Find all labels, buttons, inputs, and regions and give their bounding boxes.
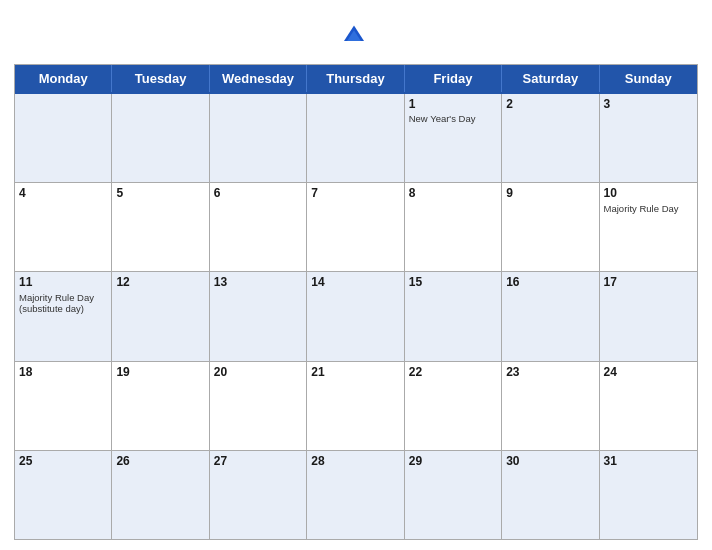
day-cell: 20 — [210, 362, 307, 450]
day-number: 1 — [409, 97, 497, 111]
day-number: 3 — [604, 97, 693, 111]
holiday-name: New Year's Day — [409, 113, 497, 124]
day-cell — [15, 94, 112, 182]
day-number: 25 — [19, 454, 107, 468]
day-cell: 27 — [210, 451, 307, 539]
day-header-thursday: Thursday — [307, 65, 404, 92]
day-number: 18 — [19, 365, 107, 379]
day-number: 7 — [311, 186, 399, 200]
day-number: 5 — [116, 186, 204, 200]
day-cell: 24 — [600, 362, 697, 450]
day-cell: 21 — [307, 362, 404, 450]
day-cell: 16 — [502, 272, 599, 360]
day-header-tuesday: Tuesday — [112, 65, 209, 92]
day-cell: 31 — [600, 451, 697, 539]
day-cell: 29 — [405, 451, 502, 539]
week-row-1: 1New Year's Day23 — [15, 92, 697, 182]
day-number: 26 — [116, 454, 204, 468]
day-number: 30 — [506, 454, 594, 468]
day-cell: 4 — [15, 183, 112, 271]
week-row-4: 18192021222324 — [15, 361, 697, 450]
day-headers-row: MondayTuesdayWednesdayThursdayFridaySatu… — [15, 65, 697, 92]
day-cell: 13 — [210, 272, 307, 360]
weeks-container: 1New Year's Day2345678910Majority Rule D… — [15, 92, 697, 539]
day-cell: 23 — [502, 362, 599, 450]
day-cell: 2 — [502, 94, 599, 182]
calendar-grid: MondayTuesdayWednesdayThursdayFridaySatu… — [14, 64, 698, 540]
day-number: 10 — [604, 186, 693, 200]
calendar-header — [14, 10, 698, 58]
day-number: 22 — [409, 365, 497, 379]
day-header-sunday: Sunday — [600, 65, 697, 92]
day-cell: 3 — [600, 94, 697, 182]
day-cell: 19 — [112, 362, 209, 450]
day-number: 20 — [214, 365, 302, 379]
day-cell: 5 — [112, 183, 209, 271]
day-cell: 17 — [600, 272, 697, 360]
day-cell: 25 — [15, 451, 112, 539]
day-cell — [307, 94, 404, 182]
day-header-wednesday: Wednesday — [210, 65, 307, 92]
day-number: 9 — [506, 186, 594, 200]
day-cell: 6 — [210, 183, 307, 271]
day-cell: 28 — [307, 451, 404, 539]
holiday-name: Majority Rule Day — [604, 203, 693, 214]
day-number: 19 — [116, 365, 204, 379]
day-cell: 12 — [112, 272, 209, 360]
week-row-2: 45678910Majority Rule Day — [15, 182, 697, 271]
day-cell: 11Majority Rule Day (substitute day) — [15, 272, 112, 360]
calendar-page: MondayTuesdayWednesdayThursdayFridaySatu… — [0, 0, 712, 550]
day-cell: 15 — [405, 272, 502, 360]
day-number: 24 — [604, 365, 693, 379]
day-number: 28 — [311, 454, 399, 468]
day-cell — [210, 94, 307, 182]
day-number: 27 — [214, 454, 302, 468]
day-number: 13 — [214, 275, 302, 289]
day-number: 31 — [604, 454, 693, 468]
day-header-friday: Friday — [405, 65, 502, 92]
day-cell: 8 — [405, 183, 502, 271]
day-cell: 9 — [502, 183, 599, 271]
day-cell: 26 — [112, 451, 209, 539]
day-cell: 7 — [307, 183, 404, 271]
day-cell: 18 — [15, 362, 112, 450]
day-number: 21 — [311, 365, 399, 379]
logo-icon — [342, 24, 366, 44]
day-number: 2 — [506, 97, 594, 111]
day-number: 29 — [409, 454, 497, 468]
day-number: 4 — [19, 186, 107, 200]
day-number: 6 — [214, 186, 302, 200]
day-number: 16 — [506, 275, 594, 289]
day-cell: 30 — [502, 451, 599, 539]
day-cell: 22 — [405, 362, 502, 450]
day-number: 15 — [409, 275, 497, 289]
day-cell — [112, 94, 209, 182]
logo — [342, 24, 370, 44]
holiday-name: Majority Rule Day (substitute day) — [19, 292, 107, 315]
day-cell: 10Majority Rule Day — [600, 183, 697, 271]
day-number: 14 — [311, 275, 399, 289]
day-cell: 14 — [307, 272, 404, 360]
day-number: 8 — [409, 186, 497, 200]
day-header-monday: Monday — [15, 65, 112, 92]
day-number: 11 — [19, 275, 107, 289]
week-row-3: 11Majority Rule Day (substitute day)1213… — [15, 271, 697, 360]
week-row-5: 25262728293031 — [15, 450, 697, 539]
day-number: 17 — [604, 275, 693, 289]
day-header-saturday: Saturday — [502, 65, 599, 92]
day-cell: 1New Year's Day — [405, 94, 502, 182]
day-number: 23 — [506, 365, 594, 379]
day-number: 12 — [116, 275, 204, 289]
